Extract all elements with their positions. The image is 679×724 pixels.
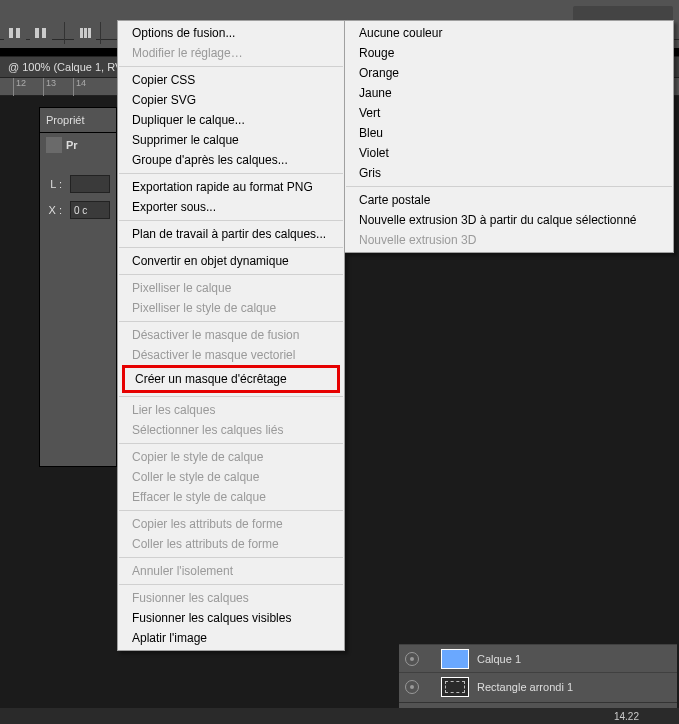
- properties-panel: Propriét Pr L : X :: [39, 107, 117, 467]
- menu-item: Effacer le style de calque: [118, 487, 344, 507]
- menu-item[interactable]: Vert: [345, 103, 673, 123]
- menu-item: Coller les attributs de forme: [118, 534, 344, 554]
- properties-type-row: Pr: [40, 133, 116, 157]
- menu-item[interactable]: Dupliquer le calque...: [118, 110, 344, 130]
- layer-thumbnail[interactable]: [441, 677, 469, 697]
- properties-type-label: Pr: [66, 139, 78, 151]
- align-icon-3[interactable]: [74, 22, 96, 44]
- align-icon-2[interactable]: [30, 22, 52, 44]
- menu-item: Nouvelle extrusion 3D: [345, 230, 673, 250]
- menu-separator: [119, 510, 343, 511]
- layer-name[interactable]: Calque 1: [477, 653, 521, 665]
- properties-L-row: L :: [40, 171, 116, 197]
- menu-item: Fusionner les calques: [118, 588, 344, 608]
- menu-item: Pixelliser le calque: [118, 278, 344, 298]
- menu-item[interactable]: Aplatir l'image: [118, 628, 344, 648]
- menu-separator: [119, 443, 343, 444]
- properties-panel-title: Propriét: [40, 108, 116, 133]
- menu-item[interactable]: Jaune: [345, 83, 673, 103]
- X-label: X :: [46, 204, 62, 216]
- menu-item[interactable]: Gris: [345, 163, 673, 183]
- toolbar-layout-icons: [4, 22, 52, 44]
- menu-separator: [119, 173, 343, 174]
- layer-name[interactable]: Rectangle arrondi 1: [477, 681, 573, 693]
- menu-item[interactable]: Options de fusion...: [118, 23, 344, 43]
- menu-separator: [119, 66, 343, 67]
- svg-rect-4: [80, 28, 83, 38]
- L-label: L :: [46, 178, 62, 190]
- menu-item[interactable]: Bleu: [345, 123, 673, 143]
- ruler-tick: 13: [43, 78, 56, 96]
- menu-item: Coller le style de calque: [118, 467, 344, 487]
- svg-rect-1: [16, 28, 20, 38]
- layer-context-menu: Options de fusion...Modifier le réglage……: [117, 20, 345, 651]
- menu-item[interactable]: Rouge: [345, 43, 673, 63]
- menu-item: Désactiver le masque de fusion: [118, 325, 344, 345]
- svg-rect-3: [42, 28, 46, 38]
- menu-item[interactable]: Plan de travail à partir des calques...: [118, 224, 344, 244]
- menu-item: Modifier le réglage…: [118, 43, 344, 63]
- menu-item[interactable]: Nouvelle extrusion 3D à partir du calque…: [345, 210, 673, 230]
- menu-item[interactable]: Copier CSS: [118, 70, 344, 90]
- menu-item[interactable]: Exportation rapide au format PNG: [118, 177, 344, 197]
- menu-separator: [119, 220, 343, 221]
- menu-separator: [119, 396, 343, 397]
- toolbar-separator-2: [100, 22, 101, 44]
- svg-rect-2: [35, 28, 39, 38]
- os-taskbar: 14.22: [0, 708, 679, 724]
- menu-item[interactable]: Convertir en objet dynamique: [118, 251, 344, 271]
- menu-item: Copier le style de calque: [118, 447, 344, 467]
- menu-separator: [119, 274, 343, 275]
- menu-item[interactable]: Supprimer le calque: [118, 130, 344, 150]
- menu-item: Sélectionner les calques liés: [118, 420, 344, 440]
- menu-item[interactable]: Aucune couleur: [345, 23, 673, 43]
- properties-X-row: X :: [40, 197, 116, 223]
- menu-separator: [346, 186, 672, 187]
- toolbar-separator: [64, 22, 65, 44]
- layer-row[interactable]: Calque 1: [399, 644, 677, 672]
- menu-item[interactable]: Copier SVG: [118, 90, 344, 110]
- menu-item: Pixelliser le style de calque: [118, 298, 344, 318]
- menu-separator: [119, 321, 343, 322]
- menu-item-highlighted[interactable]: Créer un masque d'écrêtage: [122, 365, 340, 393]
- menu-item: Lier les calques: [118, 400, 344, 420]
- menu-item[interactable]: Orange: [345, 63, 673, 83]
- menu-item: Désactiver le masque vectoriel: [118, 345, 344, 365]
- pixel-layer-icon: [46, 137, 62, 153]
- ruler-tick: 12: [13, 78, 26, 96]
- visibility-eye-icon[interactable]: [405, 652, 419, 666]
- menu-item: Copier les attributs de forme: [118, 514, 344, 534]
- svg-rect-5: [84, 28, 87, 38]
- visibility-eye-icon[interactable]: [405, 680, 419, 694]
- clock-partial: 14.22: [614, 711, 639, 722]
- svg-rect-6: [88, 28, 91, 38]
- menu-separator: [119, 584, 343, 585]
- X-input[interactable]: [70, 201, 110, 219]
- menu-item[interactable]: Exporter sous...: [118, 197, 344, 217]
- align-icon-1[interactable]: [4, 22, 26, 44]
- layer-row[interactable]: Rectangle arrondi 1: [399, 672, 677, 700]
- menu-separator: [119, 247, 343, 248]
- layers-panel: Calque 1 Rectangle arrondi 1: [399, 644, 677, 704]
- layer-context-submenu: Aucune couleurRougeOrangeJauneVertBleuVi…: [344, 20, 674, 253]
- menu-item[interactable]: Violet: [345, 143, 673, 163]
- svg-rect-0: [9, 28, 13, 38]
- ruler-tick: 14: [73, 78, 86, 96]
- layer-thumbnail[interactable]: [441, 649, 469, 669]
- menu-item[interactable]: Fusionner les calques visibles: [118, 608, 344, 628]
- menu-item[interactable]: Carte postale: [345, 190, 673, 210]
- menu-item: Annuler l'isolement: [118, 561, 344, 581]
- L-input[interactable]: [70, 175, 110, 193]
- menu-separator: [119, 557, 343, 558]
- menu-item[interactable]: Groupe d'après les calques...: [118, 150, 344, 170]
